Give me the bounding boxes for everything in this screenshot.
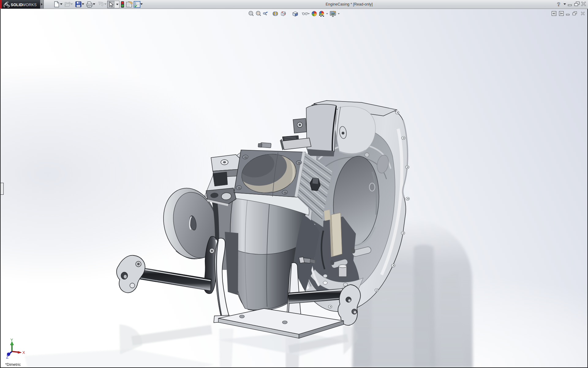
svg-text:Y: Y [10, 338, 13, 342]
svg-text:SOLID: SOLID [11, 3, 23, 7]
svg-text:X: X [22, 350, 25, 355]
svg-text:Z: Z [6, 355, 9, 358]
svg-text:WORKS: WORKS [22, 3, 37, 7]
svg-text:?: ? [557, 2, 560, 7]
